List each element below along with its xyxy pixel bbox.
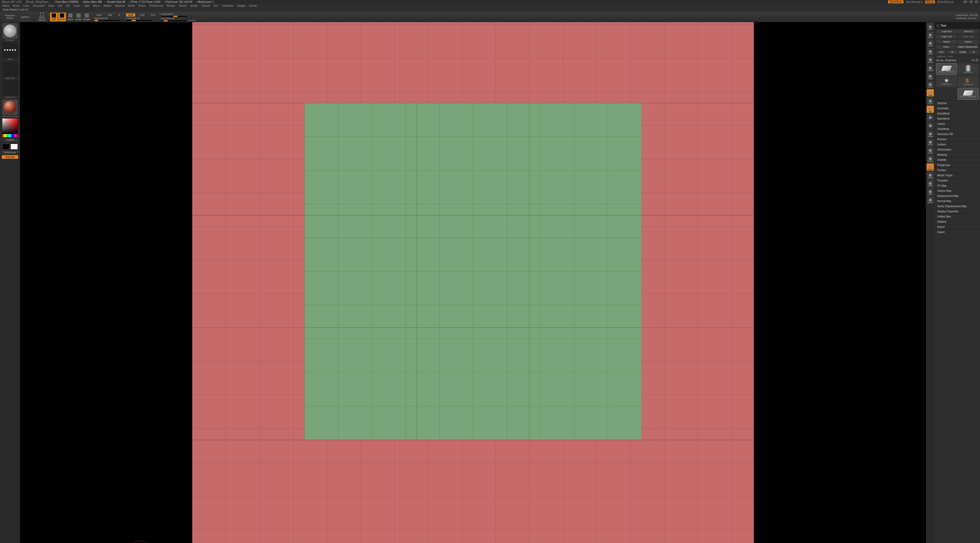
lightbox-tools-crumb[interactable]: Lightbox › Tools xyxy=(935,55,980,58)
menus-toggle[interactable]: Menus xyxy=(925,0,935,3)
mode-scale-button[interactable]: Scale xyxy=(75,13,83,21)
r-button[interactable]: R xyxy=(969,50,978,54)
quick-button[interactable] xyxy=(927,114,934,121)
section-visibility[interactable]: Visibility xyxy=(935,157,980,162)
quick-spix-3[interactable]: SPix 3 xyxy=(927,32,934,39)
quick-floor[interactable]: Floor xyxy=(927,81,934,88)
texture-slot[interactable]: Texture Off xyxy=(2,80,19,99)
hue-strip[interactable] xyxy=(2,134,18,137)
copy-tool-button[interactable]: Copy Tool xyxy=(936,35,957,38)
menu-edit[interactable]: Edit xyxy=(58,5,62,7)
brush-slot[interactable]: Standard xyxy=(2,23,19,41)
section-export[interactable]: Export xyxy=(935,229,980,234)
goz-button[interactable]: GoZ xyxy=(936,50,946,54)
focal-shift-slider[interactable] xyxy=(161,16,187,17)
section-vector-displacement-map[interactable]: Vector Displacement Map xyxy=(935,204,980,209)
section-morph-target[interactable]: Morph Target xyxy=(935,173,980,178)
default-zscript[interactable]: DefaultZScript xyxy=(937,0,955,3)
menu-movie[interactable]: Movie xyxy=(128,5,135,7)
menu-transform[interactable]: Transform xyxy=(221,5,233,7)
quick-actual[interactable]: Actual xyxy=(927,56,934,64)
section-uv-map[interactable]: UV Map xyxy=(935,183,980,188)
section-initialize[interactable]: Initialize xyxy=(935,219,980,224)
quick-zoom[interactable]: Zoom xyxy=(927,48,934,55)
quicksave-button[interactable]: QuickSave xyxy=(888,0,904,3)
section-surface[interactable]: Surface xyxy=(935,142,980,147)
quick-ghost[interactable]: Ghost xyxy=(927,180,934,187)
m-button[interactable]: M xyxy=(116,13,123,16)
section-fibermesh[interactable]: FiberMesh xyxy=(935,126,980,131)
clone-button[interactable]: Clone xyxy=(936,45,956,49)
section-subtool[interactable]: SubTool xyxy=(935,100,980,106)
zsub-button[interactable]: Zsub xyxy=(137,13,146,16)
menu-material[interactable]: Material xyxy=(115,5,125,7)
menu-file[interactable]: File xyxy=(66,5,70,7)
dynamic-label[interactable]: Dynamic xyxy=(188,19,196,22)
quick-bpr[interactable]: BPR xyxy=(927,23,934,30)
menu-texture[interactable]: Texture xyxy=(201,5,210,7)
section-deformation[interactable]: Deformation xyxy=(935,147,980,152)
quick-scroll[interactable]: Scroll xyxy=(927,40,934,47)
save-as-button[interactable]: Save As xyxy=(958,30,979,33)
quick-sketch-button[interactable]: Quick Sketch xyxy=(36,13,48,21)
mode-edit-button[interactable]: Edit xyxy=(50,13,58,21)
gradient-button[interactable]: Gradient xyxy=(2,138,18,142)
section-layers[interactable]: Layers xyxy=(935,121,980,126)
zcut-button[interactable]: Zcut xyxy=(149,13,158,16)
section-polypaint[interactable]: Polypaint xyxy=(935,178,980,183)
quick-scale[interactable]: Scale xyxy=(927,147,934,154)
alternate-button[interactable]: Alternate xyxy=(2,155,18,159)
menu-zplugin[interactable]: Zplugin xyxy=(237,5,245,7)
tool-thumb-cylinder3d[interactable]: Cylinder3D xyxy=(958,64,978,75)
section-import[interactable]: Import xyxy=(935,224,980,229)
menu-alpha[interactable]: Alpha xyxy=(3,5,9,7)
viewport[interactable] xyxy=(20,22,926,543)
swatch-white[interactable] xyxy=(11,144,18,150)
menu-picker[interactable]: Picker xyxy=(138,5,146,7)
swatch-black[interactable] xyxy=(2,144,10,150)
mode-rotate-button[interactable]: Rotate xyxy=(83,13,91,21)
menu-layer[interactable]: Layer xyxy=(74,5,80,7)
quick-xpose[interactable]: Xpose xyxy=(927,196,934,204)
section-geometry-hd[interactable]: Geometry HD xyxy=(935,131,980,137)
section-normal-map[interactable]: Normal Map xyxy=(935,198,980,204)
stroke-slot[interactable]: Dots xyxy=(2,42,19,60)
menu-document[interactable]: Document xyxy=(33,5,45,7)
menu-brush[interactable]: Brush xyxy=(13,5,19,7)
alpha-slot[interactable]: Alpha Off xyxy=(2,61,19,80)
projection-master-button[interactable]: Projection Master xyxy=(2,13,18,21)
rgb-intensity-slider[interactable] xyxy=(94,20,120,21)
load-tool-button[interactable]: Load Tool xyxy=(936,30,957,33)
color-picker-square[interactable] xyxy=(2,119,18,134)
section-display-properties[interactable]: Display Properties xyxy=(935,209,980,214)
import-button[interactable]: Import xyxy=(936,40,957,43)
draw-size-slider[interactable] xyxy=(161,21,187,21)
paste-tool-button[interactable]: Paste Tool xyxy=(958,35,979,38)
export-button[interactable]: Export xyxy=(958,40,979,43)
rgb-button[interactable]: Rgb xyxy=(106,13,115,16)
zadd-button[interactable]: Zadd xyxy=(126,13,135,16)
quick-transp[interactable]: Transp xyxy=(927,172,934,179)
section-preview[interactable]: Preview xyxy=(935,137,980,142)
quick-aahalf[interactable]: AAHalf xyxy=(927,64,934,72)
section-polygroups[interactable]: Polygroups xyxy=(935,162,980,167)
z-intensity-slider[interactable] xyxy=(126,20,152,21)
quick-button[interactable] xyxy=(927,122,934,129)
visible-button[interactable]: Visible xyxy=(958,50,968,54)
quick-xyz[interactable]: Xyz xyxy=(927,106,934,113)
pin-icon[interactable] xyxy=(936,24,940,27)
menu-zscript[interactable]: Zscript xyxy=(249,5,256,7)
tool-thumb-simplebrush[interactable]: SSimpleBrush xyxy=(958,76,978,87)
tool-thumb-tilingplane[interactable]: Zbrush_TilingPlane xyxy=(936,64,957,75)
menu-stroke[interactable]: Stroke xyxy=(190,5,197,7)
menu-macro[interactable]: Macro xyxy=(93,5,100,7)
r-button[interactable]: R xyxy=(975,59,978,62)
quick-rotate[interactable]: Rotate xyxy=(927,155,934,162)
switchcolor-button[interactable]: SwitchColor xyxy=(2,151,18,154)
menu-light[interactable]: Light xyxy=(84,5,89,7)
quick-move[interactable]: Move xyxy=(927,139,934,146)
quick-solo[interactable]: Solo xyxy=(927,188,934,195)
window-close-icon[interactable] xyxy=(975,0,978,3)
lightbox-button[interactable]: LightBox xyxy=(19,13,32,21)
section-texture-map[interactable]: Texture Map xyxy=(935,188,980,193)
